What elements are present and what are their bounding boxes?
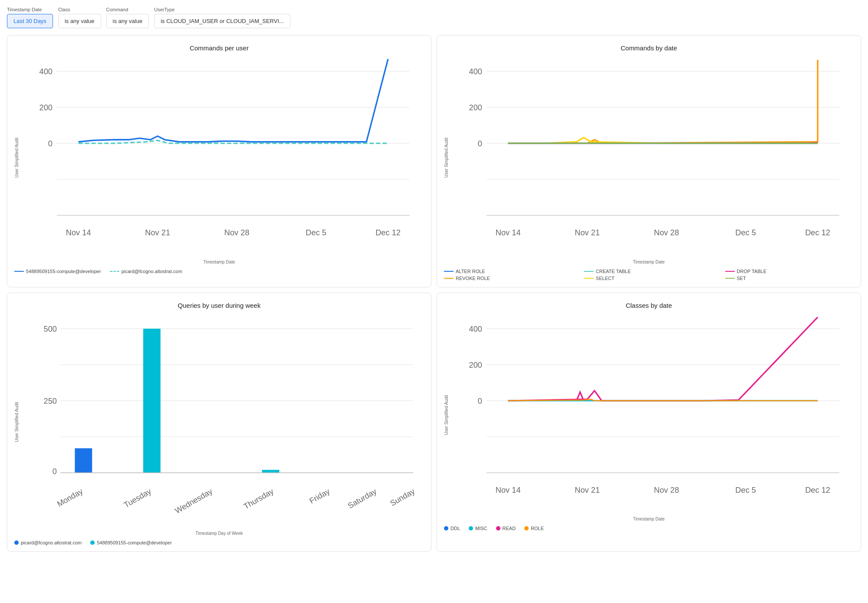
charts-grid: Commands per user User Simplified Audit …	[7, 35, 861, 552]
legend-item-picard: picard@fcogno.altostrat.com	[110, 269, 182, 274]
svg-text:Dec 12: Dec 12	[805, 485, 830, 494]
chart-commands-per-user-title: Commands per user	[14, 44, 424, 52]
svg-text:Dec 5: Dec 5	[735, 228, 756, 237]
filter-timestamp-label: Timestamp Date	[7, 7, 53, 12]
svg-text:Nov 14: Nov 14	[496, 485, 521, 494]
svg-text:Dec 5: Dec 5	[735, 485, 756, 494]
filter-command-btn[interactable]: is any value	[106, 14, 149, 28]
legend-line-create-table	[584, 271, 594, 272]
svg-text:Nov 21: Nov 21	[575, 485, 600, 494]
svg-text:Nov 28: Nov 28	[224, 228, 250, 237]
svg-text:Tuesday: Tuesday	[122, 486, 153, 509]
svg-text:Nov 14: Nov 14	[66, 228, 91, 237]
chart-queries-by-user: Queries by user during week User Simplif…	[7, 293, 431, 552]
svg-text:Dec 5: Dec 5	[306, 228, 326, 237]
svg-text:200: 200	[39, 103, 53, 112]
svg-text:Sunday: Sunday	[388, 486, 417, 508]
legend-item-set: SET	[725, 276, 854, 281]
svg-text:Nov 21: Nov 21	[145, 228, 170, 237]
filter-usertype-btn[interactable]: is CLOUD_IAM_USER or CLOUD_IAM_SERVI...	[154, 14, 290, 28]
legend-dot-ddl	[444, 526, 448, 531]
queries-by-user-x-label: Timestamp Day of Week	[14, 531, 424, 536]
svg-text:0: 0	[53, 467, 57, 476]
legend-item-revoke-role: REVOKE ROLE	[444, 276, 577, 281]
commands-by-date-x-label: Timestamp Date	[444, 260, 854, 264]
legend-label-read: READ	[503, 526, 516, 531]
queries-by-user-legend: picard@fcogno.altostrat.com 54889509155-…	[14, 540, 424, 545]
legend-label-misc: MISC	[475, 526, 487, 531]
svg-text:Friday: Friday	[308, 486, 332, 505]
legend-label-drop-table: DROP TABLE	[737, 269, 766, 274]
legend-label-create-table: CREATE TABLE	[596, 269, 631, 274]
legend-item-misc: MISC	[469, 526, 487, 531]
svg-text:500: 500	[44, 324, 57, 333]
chart-commands-per-user: Commands per user User Simplified Audit …	[7, 35, 431, 287]
bar-mon-picard	[75, 448, 92, 472]
legend-item-compute-bar: 54889509155-compute@developer	[90, 540, 172, 545]
legend-item-ddl: DDL	[444, 526, 460, 531]
legend-label-revoke-role: REVOKE ROLE	[456, 276, 490, 281]
svg-text:0: 0	[478, 139, 482, 148]
classes-by-date-legend: DDL MISC READ ROLE	[444, 526, 854, 531]
legend-dot-compute	[90, 540, 95, 545]
legend-item-read: READ	[496, 526, 516, 531]
legend-label-ddl: DDL	[450, 526, 460, 531]
svg-text:Nov 21: Nov 21	[575, 228, 600, 237]
svg-text:Saturday: Saturday	[346, 486, 378, 510]
filter-class-group: Class is any value	[58, 7, 101, 28]
classes-by-date-x-label: Timestamp Date	[444, 517, 854, 521]
legend-item-drop-table: DROP TABLE	[725, 269, 854, 274]
legend-line-revoke-role	[444, 278, 454, 279]
legend-item-create-table: CREATE TABLE	[584, 269, 718, 274]
queries-by-user-svg: 500 250 0 Monday Tuesday Wednesday Thurs…	[21, 314, 424, 531]
commands-by-date-y-label: User Simplified Audit	[444, 138, 449, 178]
filter-timestamp-btn[interactable]: Last 30 Days	[7, 14, 53, 28]
filter-class-btn[interactable]: is any value	[58, 14, 101, 28]
legend-label-alter-role: ALTER ROLE	[456, 269, 485, 274]
legend-item-alter-role: ALTER ROLE	[444, 269, 577, 274]
svg-text:Dec 12: Dec 12	[805, 228, 830, 237]
filter-usertype-group: UserType is CLOUD_IAM_USER or CLOUD_IAM_…	[154, 7, 290, 28]
legend-item-picard-bar: picard@fcogno.altostrat.com	[14, 540, 82, 545]
legend-dot-read	[496, 526, 500, 531]
chart-classes-by-date: Classes by date User Simplified Audit 40…	[437, 293, 861, 552]
commands-per-user-x-label: Timestamp Date	[14, 260, 424, 264]
svg-text:Thursday: Thursday	[242, 486, 276, 511]
commands-by-date-legend: ALTER ROLE CREATE TABLE DROP TABLE REVOK…	[444, 269, 854, 281]
legend-label-role: ROLE	[531, 526, 544, 531]
svg-text:Nov 14: Nov 14	[496, 228, 521, 237]
chart-commands-by-date: Commands by date User Simplified Audit 4…	[437, 35, 861, 287]
commands-per-user-y-label: User Simplified Audit	[14, 138, 19, 178]
svg-text:Nov 28: Nov 28	[654, 485, 679, 494]
svg-text:250: 250	[44, 396, 57, 405]
filters-row: Timestamp Date Last 30 Days Class is any…	[7, 7, 861, 28]
svg-text:200: 200	[469, 360, 482, 369]
svg-text:Nov 28: Nov 28	[654, 228, 679, 237]
filter-class-label: Class	[58, 7, 101, 12]
svg-text:Dec 12: Dec 12	[375, 228, 401, 237]
svg-text:200: 200	[469, 103, 482, 112]
legend-label-compute: 54889509155-compute@developer	[26, 269, 101, 274]
legend-item-select: SELECT	[584, 276, 718, 281]
chart-queries-by-user-title: Queries by user during week	[14, 302, 424, 309]
legend-line-alter-role	[444, 271, 454, 272]
chart-classes-by-date-title: Classes by date	[444, 302, 854, 309]
legend-item-role: ROLE	[524, 526, 544, 531]
legend-line-set	[725, 278, 735, 279]
classes-by-date-svg: 400 200 0 Nov 14 Nov 21 Nov 28 Dec 5 Dec…	[450, 314, 854, 516]
svg-text:0: 0	[48, 139, 53, 148]
legend-dot-misc	[469, 526, 473, 531]
legend-label-set: SET	[737, 276, 746, 281]
svg-text:0: 0	[478, 396, 482, 405]
svg-text:400: 400	[39, 67, 53, 76]
svg-text:400: 400	[469, 324, 482, 333]
svg-text:Monday: Monday	[56, 486, 85, 508]
legend-item-compute: 54889509155-compute@developer	[14, 269, 101, 274]
filter-command-label: Command	[106, 7, 149, 12]
svg-text:Wednesday: Wednesday	[173, 486, 214, 515]
legend-dot-picard	[14, 540, 19, 545]
commands-per-user-legend: 54889509155-compute@developer picard@fco…	[14, 269, 424, 274]
filter-command-group: Command is any value	[106, 7, 149, 28]
commands-by-date-svg: 400 200 0 Nov 14 Nov 21 Nov 28 Dec 5 Dec…	[450, 57, 854, 259]
filter-usertype-label: UserType	[154, 7, 290, 12]
